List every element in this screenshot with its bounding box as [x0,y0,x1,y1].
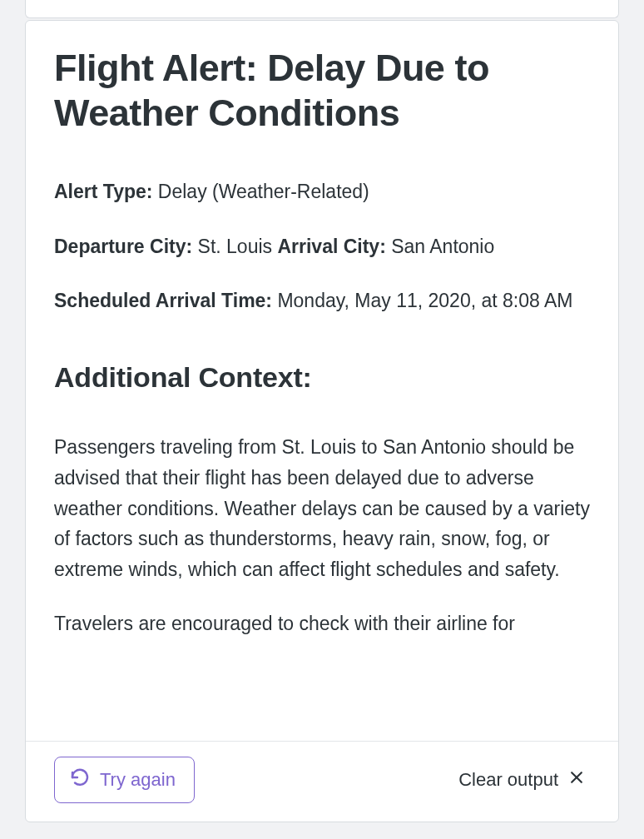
clear-output-label: Clear output [458,769,558,791]
previous-card-bottom [25,0,619,18]
card-footer: Try again Clear output [26,741,618,822]
arrival-city-value: San Antonio [391,236,494,257]
arrival-city-label: Arrival City: [277,236,385,257]
clear-output-button[interactable]: Clear output [453,761,590,799]
try-again-button[interactable]: Try again [54,757,195,803]
alert-type-label: Alert Type: [54,181,152,202]
alert-type-row: Alert Type: Delay (Weather-Related) [54,177,590,207]
alert-title: Flight Alert: Delay Due to Weather Condi… [54,46,590,136]
alert-type-value: Delay (Weather-Related) [158,181,369,202]
output-content: Flight Alert: Delay Due to Weather Condi… [26,21,618,741]
context-paragraph-1: Passengers traveling from St. Louis to S… [54,432,590,585]
departure-city-label: Departure City: [54,236,192,257]
cities-row: Departure City: St. Louis Arrival City: … [54,232,590,262]
context-heading: Additional Context: [54,361,590,394]
scheduled-arrival-row: Scheduled Arrival Time: Monday, May 11, … [54,286,590,316]
close-icon [568,769,585,791]
output-card: Flight Alert: Delay Due to Weather Condi… [25,20,619,822]
try-again-label: Try again [100,769,176,791]
retry-icon [70,767,90,792]
scheduled-arrival-label: Scheduled Arrival Time: [54,290,272,311]
content-fade-overlay [26,707,618,741]
context-paragraph-2-truncated: Travelers are encouraged to check with t… [54,608,590,639]
scheduled-arrival-value: Monday, May 11, 2020, at 8:08 AM [277,290,572,311]
departure-city-value: St. Louis [198,236,273,257]
